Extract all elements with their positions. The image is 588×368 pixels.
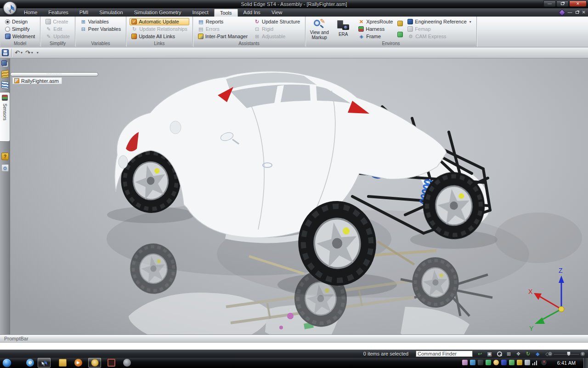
rigid-button[interactable]: ⊡ Rigid bbox=[252, 25, 302, 33]
cards-tray-icon[interactable] bbox=[517, 360, 522, 365]
pan-icon[interactable]: ❖ bbox=[515, 351, 522, 357]
edit-button[interactable]: ✎ Edit bbox=[44, 25, 71, 33]
customize-toolbar-button[interactable]: ▾ bbox=[34, 48, 40, 58]
environs-extra-icon-2[interactable] bbox=[397, 32, 403, 37]
tab-view[interactable]: View bbox=[266, 8, 288, 17]
adjustable-button[interactable]: ⊞ Adjustable bbox=[252, 33, 302, 40]
doc-close-button[interactable]: ✕ bbox=[582, 10, 586, 15]
rotate-icon[interactable]: ↻ bbox=[525, 351, 531, 357]
tab-tools[interactable]: Tools bbox=[214, 9, 238, 17]
undo-button[interactable]: ↶▾ bbox=[13, 48, 24, 58]
internet-explorer-taskbar-icon[interactable]: e bbox=[26, 359, 34, 367]
redo-button[interactable]: ↷▾ bbox=[24, 48, 34, 58]
update-structure-button[interactable]: ↻ Update Structure bbox=[252, 18, 302, 25]
ribbon-group-links: ✓ Automatic Update ↻ Update Relationship… bbox=[126, 17, 193, 47]
layers-dock-icon[interactable] bbox=[1, 81, 9, 89]
cam-express-button[interactable]: ⚙ CAM Express bbox=[406, 33, 473, 40]
inter-part-manager-button[interactable]: Inter-Part Manager bbox=[196, 33, 249, 40]
show-desktop-button[interactable] bbox=[583, 358, 588, 368]
pathfinder-document-node[interactable]: RallyFighter.asm bbox=[12, 77, 62, 84]
explorer-taskbar-icon[interactable] bbox=[59, 359, 67, 367]
sync-tray-icon[interactable] bbox=[470, 360, 475, 365]
era-button[interactable]: ERA bbox=[333, 18, 354, 40]
zoom-icon[interactable] bbox=[496, 351, 503, 357]
webcam-taskbar-icon[interactable] bbox=[123, 359, 131, 367]
restore-button[interactable] bbox=[556, 0, 569, 7]
group-label-environs: Environs bbox=[306, 40, 476, 46]
update-button[interactable]: ✎ Update bbox=[44, 33, 71, 40]
frame-button[interactable]: ◈ Frame bbox=[356, 33, 395, 40]
automatic-update-button[interactable]: ✓ Automatic Update bbox=[130, 18, 189, 25]
command-finder-input[interactable] bbox=[416, 351, 473, 357]
clipboard-tray-icon[interactable] bbox=[525, 360, 530, 365]
ribbon-group-assistants: ▤ Reports ▤ Errors Inter-Part Manager ↻ … bbox=[193, 17, 305, 47]
reports-button[interactable]: ▤ Reports bbox=[196, 18, 249, 25]
tab-home[interactable]: Home bbox=[18, 8, 43, 17]
tab-add-ins[interactable]: Add Ins bbox=[238, 8, 266, 17]
title-bar[interactable]: Solid Edge ST4 - Assembly - [RallyFighte… bbox=[0, 0, 588, 8]
clock-tray-icon[interactable] bbox=[493, 360, 499, 365]
shaded-view-icon[interactable]: ◆ bbox=[534, 351, 541, 357]
tab-pmi[interactable]: PMI bbox=[74, 8, 94, 17]
femap-button[interactable]: Femap bbox=[406, 25, 473, 33]
zoom-slider-thumb[interactable] bbox=[567, 351, 571, 356]
volume-muted-tray-icon[interactable] bbox=[541, 360, 547, 365]
solid-edge-taskbar-button[interactable] bbox=[38, 358, 51, 368]
update-tray-icon[interactable] bbox=[509, 360, 514, 365]
pathfinder-drag-bar[interactable]: ·········· bbox=[10, 72, 98, 76]
xpresroute-button[interactable]: ✕ XpresRoute bbox=[356, 18, 395, 25]
fit-icon[interactable]: ⊞ bbox=[505, 351, 512, 357]
prompt-input-strip[interactable] bbox=[0, 342, 588, 350]
photo-tray-icon[interactable] bbox=[462, 360, 468, 365]
environs-extra-icon-1[interactable] bbox=[397, 21, 403, 26]
simplify-radio[interactable]: Simplify bbox=[3, 25, 37, 33]
tab-simulation-geometry[interactable]: Simulation Geometry bbox=[129, 8, 187, 17]
variables-button[interactable]: ⊞ Variables bbox=[79, 18, 123, 25]
zoom-area-icon[interactable]: ▣ bbox=[486, 351, 493, 357]
view-and-markup-button[interactable]: ✎ View and Markup bbox=[309, 18, 330, 40]
save-button[interactable] bbox=[2, 49, 9, 56]
clock-app-taskbar-button[interactable] bbox=[88, 358, 101, 368]
media-player-taskbar-icon[interactable]: ▶ bbox=[74, 359, 82, 367]
create-button[interactable]: Create bbox=[44, 18, 71, 25]
network-signal-tray-icon[interactable] bbox=[532, 360, 538, 365]
zoom-out-button[interactable]: − bbox=[548, 351, 553, 356]
peer-variables-icon: ⊟ bbox=[80, 26, 86, 32]
app-logo[interactable] bbox=[3, 1, 17, 15]
harness-button[interactable]: Harness bbox=[356, 25, 395, 33]
vm-app-taskbar-icon[interactable] bbox=[107, 359, 115, 367]
zoom-in-button[interactable]: + bbox=[580, 351, 585, 356]
help-folder-dock-icon[interactable]: ? bbox=[1, 153, 9, 160]
pointer-tray-icon[interactable] bbox=[478, 360, 483, 365]
zoom-slider-track[interactable] bbox=[554, 353, 579, 355]
tab-features[interactable]: Features bbox=[43, 8, 74, 17]
doc-minimize-button[interactable]: — bbox=[568, 10, 572, 15]
sensors-tab[interactable]: Sensors bbox=[0, 92, 10, 142]
sensors-label: Sensors bbox=[2, 104, 7, 121]
virtualbox-tray-icon[interactable] bbox=[486, 360, 491, 365]
view-and-markup-icon: ✎ bbox=[313, 19, 325, 29]
3d-viewport[interactable]: Z X Y ·········· RallyFighter.asm bbox=[10, 58, 588, 334]
minimize-button[interactable]: — bbox=[543, 0, 556, 7]
tab-inspect[interactable]: Inspect bbox=[187, 8, 214, 17]
network-app-tray-icon[interactable] bbox=[501, 360, 507, 365]
peer-variables-button[interactable]: ⊟ Peer Variables bbox=[79, 25, 123, 33]
pathfinder-dock-icon[interactable] bbox=[1, 60, 7, 66]
taskbar-clock[interactable]: 6:41 AM bbox=[553, 358, 580, 368]
doc-restore-button[interactable] bbox=[576, 11, 579, 14]
rigid-icon: ⊡ bbox=[254, 26, 260, 32]
update-relationships-button[interactable]: ↻ Update Relationships bbox=[130, 25, 189, 33]
library-dock-icon[interactable] bbox=[1, 70, 9, 78]
start-button[interactable] bbox=[2, 358, 11, 368]
engineering-reference-button[interactable]: Engineering Reference ▾ bbox=[406, 18, 473, 25]
tab-simulation[interactable]: Simulation bbox=[94, 8, 128, 17]
weldment-button[interactable]: Weldment bbox=[3, 33, 37, 40]
return-to-view-icon[interactable]: ↩ bbox=[476, 351, 483, 357]
group-label-simplify: Simplify bbox=[41, 40, 74, 46]
errors-button[interactable]: ▤ Errors bbox=[196, 25, 249, 33]
design-radio[interactable]: Design bbox=[3, 18, 37, 25]
update-all-links-button[interactable]: Update All Links bbox=[130, 33, 189, 40]
settings-gear-dock-icon[interactable]: ⚙ bbox=[1, 164, 9, 172]
help-gem-icon[interactable] bbox=[558, 9, 565, 16]
close-button[interactable]: ✕ bbox=[569, 0, 587, 7]
